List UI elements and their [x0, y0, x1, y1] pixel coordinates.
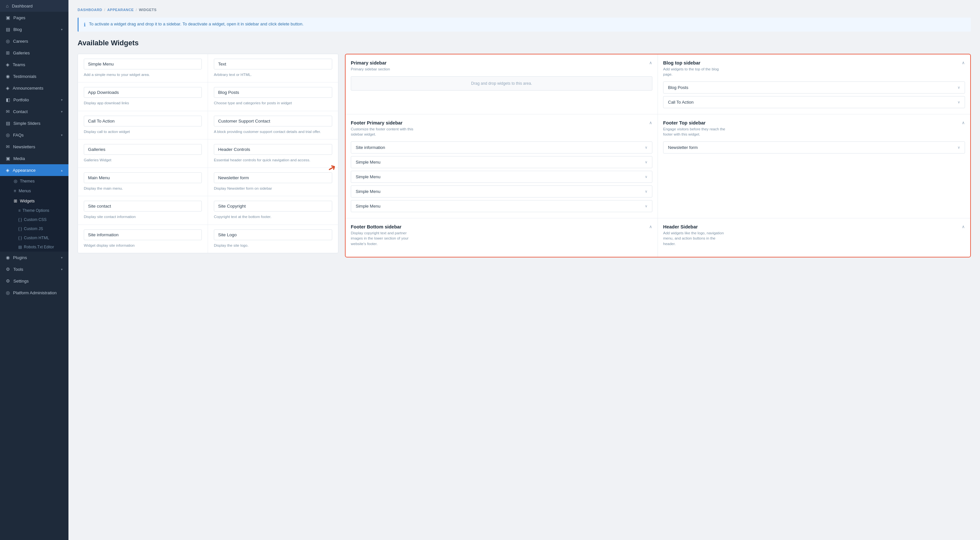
sidebar-item-custom-css[interactable]: { } Custom CSS: [0, 215, 68, 224]
sidebar-item-dashboard[interactable]: ⌂ Dashboard: [0, 0, 68, 12]
footer-primary-widget-simple-menu-3[interactable]: Simple Menu ∨: [351, 186, 652, 197]
widget-galleries[interactable]: Galleries: [84, 144, 202, 155]
panel-blog-top-titles: Blog top sidebar Add widgets to the top …: [663, 60, 728, 77]
breadcrumb-appearance[interactable]: APPEARANCE: [107, 8, 134, 12]
info-icon: ℹ: [84, 22, 86, 28]
sidebar-item-plugins[interactable]: ◉ Plugins ▾: [0, 252, 68, 263]
widget-blog-posts[interactable]: Blog Posts: [214, 87, 332, 98]
widget-header-controls[interactable]: Header Controls: [214, 144, 332, 155]
widget-site-copyright[interactable]: Site Copyright: [214, 201, 332, 211]
sidebar-item-label: Teams: [13, 62, 63, 67]
widget-cell-simple-menu: Simple Menu Add a simple menu to your wi…: [78, 54, 208, 83]
footer-primary-widget-simple-menu-2[interactable]: Simple Menu ∨: [351, 171, 652, 183]
sidebar-item-simple-sliders[interactable]: ▤ Simple Sliders: [0, 118, 68, 129]
chevron-up-icon[interactable]: ∧: [649, 224, 652, 229]
custom-js-icon: { }: [18, 227, 22, 231]
sidebar-item-label: Settings: [13, 279, 63, 284]
widget-row-label: Simple Menu: [356, 160, 380, 165]
sidebar-item-theme-options[interactable]: ≡ Theme Options: [0, 206, 68, 215]
widget-site-contact[interactable]: Site contact: [84, 201, 202, 211]
primary-drop-zone[interactable]: Drag and drop widgets to this area.: [351, 76, 652, 91]
footer-top-widget-newsletter[interactable]: Newsletter form ∨: [663, 141, 965, 154]
widget-app-downloads-desc: Display app download links: [84, 100, 202, 106]
sidebar-item-themes[interactable]: ◎ Themes: [0, 176, 68, 186]
info-banner-text: To activate a widget drag and drop it to…: [89, 22, 304, 26]
chevron-down-icon: ▾: [61, 28, 63, 31]
sidebar-item-tools[interactable]: ⚙ Tools ▾: [0, 263, 68, 275]
sidebar-item-menus[interactable]: ≡ Menus: [0, 186, 68, 196]
widget-newsletter-form[interactable]: Newsletter form: [214, 172, 332, 183]
chevron-up-icon[interactable]: ∧: [649, 120, 652, 125]
widget-app-downloads[interactable]: App Downloads: [84, 87, 202, 98]
panel-footer-primary-title: Footer Primary sidebar: [351, 120, 416, 125]
panel-footer-bottom-titles: Footer Bottom sidebar Display copyright …: [351, 224, 416, 246]
sidebar-item-teams[interactable]: ◈ Teams: [0, 59, 68, 70]
widget-cell-blog-posts: Blog Posts Choose type and categories fo…: [208, 83, 338, 111]
widget-site-information-desc: Widget display site information: [84, 243, 202, 248]
sidebar-item-galleries[interactable]: ⊞ Galleries: [0, 47, 68, 59]
panel-footer-bottom-header: Footer Bottom sidebar Display copyright …: [351, 224, 652, 246]
sidebar-item-contact[interactable]: ✉ Contact ▾: [0, 106, 68, 118]
sidebar-item-label: Appearance: [13, 168, 58, 173]
sidebar-item-platform-admin[interactable]: ◎ Platform Administration: [0, 287, 68, 299]
panel-header-sidebar-title: Header Sidebar: [663, 224, 728, 229]
breadcrumb-current: WIDGETS: [139, 8, 156, 12]
widget-simple-menu[interactable]: Simple Menu: [84, 59, 202, 70]
widget-customer-support[interactable]: Customer Support Contact: [214, 116, 332, 127]
sidebar-item-newsletters[interactable]: ✉ Newsletters: [0, 141, 68, 152]
sliders-icon: ▤: [6, 121, 10, 126]
chevron-up-icon[interactable]: ∧: [962, 224, 965, 229]
testimonials-icon: ◉: [6, 74, 10, 79]
widget-text-desc: Arbitrary text or HTML.: [214, 72, 332, 78]
panel-blog-top-subtitle: Add widgets to the top of the blog page.: [663, 67, 728, 77]
widgets-grid: Simple Menu Add a simple menu to your wi…: [78, 54, 339, 253]
sidebar-item-media[interactable]: ▣ Media: [0, 152, 68, 164]
sidebar-item-label: Pages: [13, 15, 63, 20]
widget-row-label: Newsletter form: [668, 145, 698, 150]
widget-site-logo[interactable]: Site Logo: [214, 229, 332, 240]
panel-footer-top-header: Footer Top sidebar Engage visitors befor…: [663, 120, 965, 137]
blog-top-widget-blog-posts[interactable]: Blog Posts ∨: [663, 81, 965, 94]
announcements-icon: ◈: [6, 86, 10, 91]
sidebar-item-careers[interactable]: ◎ Careers: [0, 35, 68, 47]
faqs-icon: ◎: [6, 132, 10, 138]
chevron-up-icon[interactable]: ∧: [962, 120, 965, 125]
sidebar-item-announcements[interactable]: ◈ Announcements: [0, 82, 68, 94]
sidebar-item-blog[interactable]: ▤ Blog ▾: [0, 24, 68, 35]
sidebar-item-robots-txt[interactable]: ▤ Robots.Txt Editor: [0, 243, 68, 252]
footer-primary-widget-simple-menu-4[interactable]: Simple Menu ∨: [351, 200, 652, 212]
sidebar-item-custom-html[interactable]: { } Custom HTML: [0, 233, 68, 243]
panel-footer-primary-sidebar: Footer Primary sidebar Customize the foo…: [345, 114, 658, 218]
sidebar-item-label: Announcements: [13, 86, 63, 91]
widget-cell-call-to-action: Call To Action Display call to action wi…: [78, 111, 208, 140]
chevron-up-icon[interactable]: ∧: [649, 60, 652, 65]
widget-site-information[interactable]: Site information: [84, 229, 202, 240]
sidebar-item-appearance[interactable]: ◈ Appearance ▴: [0, 164, 68, 176]
panel-footer-top-sidebar: Footer Top sidebar Engage visitors befor…: [658, 114, 970, 218]
widget-cell-newsletter-form: Newsletter form Display Newsletter form …: [208, 168, 338, 196]
sidebar-item-custom-js[interactable]: { } Custom JS: [0, 224, 68, 233]
themes-icon: ◎: [14, 179, 17, 183]
footer-primary-widget-simple-menu-1[interactable]: Simple Menu ∨: [351, 156, 652, 168]
sidebar-item-portfolio[interactable]: ◧ Portfolio ▾: [0, 94, 68, 106]
widget-call-to-action[interactable]: Call To Action: [84, 116, 202, 127]
teams-icon: ◈: [6, 62, 10, 67]
sidebar-item-testimonials[interactable]: ◉ Testimonials: [0, 70, 68, 82]
chevron-down-icon: ∨: [645, 175, 648, 179]
blog-top-widget-call-to-action[interactable]: Call To Action ∨: [663, 96, 965, 108]
panel-primary-titles: Primary sidebar Primary sidebar section: [351, 60, 390, 72]
breadcrumb-dashboard[interactable]: DASHBOARD: [78, 8, 102, 12]
footer-primary-widget-site-info[interactable]: Site information ∨: [351, 141, 652, 154]
sidebar-item-label: Simple Sliders: [13, 121, 63, 126]
sidebar-item-faqs[interactable]: ◎ FAQs ▾: [0, 129, 68, 141]
sidebar-item-settings[interactable]: ⚙ Settings: [0, 275, 68, 287]
widget-cell-site-logo: Site Logo Display the site logo.: [208, 225, 338, 253]
sidebar-item-widgets[interactable]: ⊞ Widgets: [0, 196, 68, 206]
widget-blog-posts-desc: Choose type and categories for posts in …: [214, 100, 332, 106]
widget-text[interactable]: Text: [214, 59, 332, 70]
widget-main-menu[interactable]: Main Menu: [84, 172, 202, 183]
sidebar-item-pages[interactable]: ▣ Pages: [0, 12, 68, 24]
widget-main-menu-desc: Display the main menu.: [84, 186, 202, 191]
sidebar: ⌂ Dashboard ▣ Pages ▤ Blog ▾ ◎ Careers ⊞…: [0, 0, 68, 540]
chevron-up-icon[interactable]: ∧: [962, 60, 965, 65]
